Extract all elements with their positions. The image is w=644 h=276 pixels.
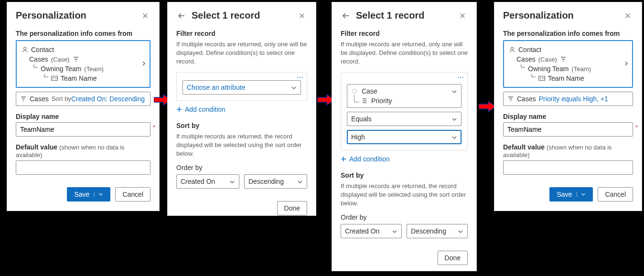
- default-value-label: Default value: [503, 143, 545, 151]
- display-name-label: Display name: [16, 113, 150, 120]
- svg-point-3: [511, 47, 513, 50]
- personalization-panel-after: Personalization The personalization info…: [494, 2, 642, 211]
- chevron-right-icon[interactable]: [141, 60, 147, 68]
- filter-summary-pill[interactable]: Cases Priority equals High, +1: [503, 92, 633, 106]
- filter-value: Priority equals High, +1: [539, 95, 608, 103]
- order-by-label: Order by: [341, 213, 468, 221]
- attribute-select[interactable]: Choose an attribute: [182, 80, 301, 95]
- svg-rect-1: [52, 76, 58, 81]
- required-indicator: *: [153, 124, 155, 131]
- card-menu-icon[interactable]: ⋯: [457, 74, 464, 81]
- display-name-input[interactable]: [503, 122, 633, 137]
- filter-icon: [73, 56, 79, 63]
- svg-rect-4: [539, 76, 545, 81]
- filter-record-desc: If multiple records are returned, only o…: [341, 40, 468, 66]
- add-condition-button[interactable]: Add condition: [341, 155, 468, 163]
- chevron-down-icon: [297, 179, 303, 184]
- close-icon[interactable]: [140, 11, 150, 21]
- tree-l3: Team Name: [61, 74, 97, 82]
- sort-by-heading: Sort by: [341, 171, 468, 179]
- tree-l3: Team Name: [548, 74, 584, 82]
- order-by-direction-select[interactable]: Descending: [244, 174, 307, 189]
- contact-icon: [509, 46, 515, 53]
- default-value-input[interactable]: [16, 160, 150, 175]
- order-by-direction-select[interactable]: Descending: [407, 224, 468, 238]
- text-field-icon: [51, 75, 58, 82]
- save-button[interactable]: Save: [67, 187, 110, 202]
- display-name-input[interactable]: [16, 122, 150, 137]
- tree-l1-type: (Case): [51, 56, 70, 63]
- chevron-right-icon[interactable]: [623, 60, 629, 68]
- filter-prefix: Sort by: [52, 95, 71, 103]
- attr-entity: Case: [362, 87, 377, 95]
- back-icon[interactable]: [341, 11, 351, 21]
- required-indicator: *: [635, 124, 638, 131]
- flow-arrow-icon: [479, 100, 496, 113]
- panel-title: Personalization: [16, 10, 86, 21]
- tree-l2-type: (Team): [84, 65, 103, 73]
- filter-entity: Cases: [30, 95, 49, 103]
- tree-l2: Owning Team: [528, 65, 569, 73]
- list-icon: [361, 97, 367, 104]
- back-icon[interactable]: [176, 11, 187, 21]
- filter-record-heading: Filter record: [176, 30, 307, 37]
- sort-by-desc: If multiple records are returned, the re…: [176, 132, 307, 159]
- cancel-button[interactable]: Cancel: [115, 187, 150, 202]
- info-source-label: The personalization info comes from: [16, 30, 150, 37]
- order-by-label: Order by: [176, 164, 307, 171]
- tree-l1: Cases: [29, 55, 48, 63]
- sort-by-heading: Sort by: [176, 122, 307, 129]
- close-icon[interactable]: [297, 11, 307, 21]
- display-name-label: Display name: [503, 113, 633, 120]
- condition-card: ⋯ Choose an attribute: [176, 72, 307, 101]
- tree-l2: Owning Team: [41, 65, 81, 73]
- tree-root: Contact: [31, 46, 54, 53]
- done-button[interactable]: Done: [438, 251, 468, 265]
- save-split-chevron-icon[interactable]: [577, 192, 586, 197]
- tree-root: Contact: [518, 46, 541, 53]
- card-menu-icon[interactable]: ⋯: [297, 74, 304, 81]
- select-record-panel-empty: Select 1 record Filter record If multipl…: [167, 2, 316, 216]
- filter-value: Created On: Descending: [71, 95, 145, 103]
- default-value-label: Default value: [16, 143, 57, 151]
- entity-icon: [351, 88, 358, 95]
- order-by-field-select[interactable]: Created On: [176, 174, 239, 189]
- filter-icon: [560, 56, 567, 63]
- svg-point-0: [23, 47, 26, 50]
- close-icon[interactable]: [623, 11, 633, 21]
- done-button[interactable]: Done: [277, 201, 307, 215]
- filter-entity: Cases: [517, 95, 536, 103]
- sort-by-desc: If multiple records are returned, the re…: [341, 182, 468, 208]
- attribute-select[interactable]: Case Priority: [347, 84, 462, 108]
- attribute-tree[interactable]: Contact Cases (Case) Owning Team (Team) …: [503, 40, 633, 88]
- chevron-down-icon: [229, 179, 235, 184]
- add-condition-button[interactable]: Add condition: [176, 106, 307, 113]
- chevron-down-icon: [451, 134, 457, 140]
- filter-icon: [507, 96, 514, 102]
- operator-select[interactable]: Equals: [347, 112, 462, 126]
- default-value-input[interactable]: [503, 160, 633, 175]
- contact-icon: [21, 46, 28, 53]
- cancel-button[interactable]: Cancel: [598, 187, 633, 202]
- close-icon[interactable]: [457, 11, 468, 21]
- tree-l1: Cases: [516, 55, 536, 63]
- filter-record-desc: If multiple records are returned, only o…: [176, 40, 307, 66]
- text-field-icon: [538, 75, 545, 82]
- chevron-down-icon: [291, 85, 297, 90]
- select-record-panel-filled: Select 1 record Filter record If multipl…: [332, 2, 477, 271]
- filter-record-heading: Filter record: [341, 30, 468, 37]
- svg-point-2: [353, 89, 357, 93]
- chevron-down-icon: [392, 228, 397, 234]
- panel-title: Select 1 record: [192, 10, 260, 21]
- tree-l1-type: (Case): [538, 56, 557, 63]
- order-by-field-select[interactable]: Created On: [341, 224, 402, 238]
- filter-summary-pill[interactable]: Cases Sort by Created On: Descending: [16, 92, 150, 106]
- save-split-chevron-icon[interactable]: [94, 192, 103, 197]
- chevron-down-icon: [458, 228, 463, 234]
- tree-l2-type: (Team): [571, 65, 590, 73]
- value-select[interactable]: High: [347, 130, 462, 144]
- attribute-tree[interactable]: Contact Cases (Case) Owning Team (Team) …: [16, 40, 150, 88]
- chevron-down-icon: [451, 116, 457, 122]
- save-button[interactable]: Save: [549, 187, 593, 202]
- info-source-label: The personalization info comes from: [503, 30, 633, 37]
